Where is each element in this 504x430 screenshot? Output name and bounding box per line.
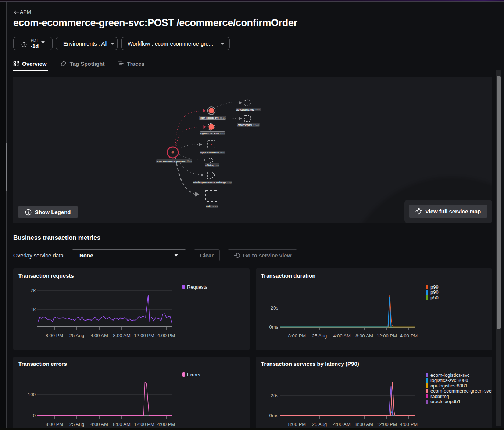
svg-text:2k: 2k xyxy=(31,288,36,293)
svg-text:0: 0 xyxy=(33,413,36,418)
svg-text:4:00 AM: 4:00 AM xyxy=(333,333,351,339)
svg-text:25 Aug: 25 Aug xyxy=(69,422,85,427)
svg-text:20s: 20s xyxy=(271,305,278,311)
svg-text:25 Aug: 25 Aug xyxy=(312,422,327,427)
svg-text:4:00 PM: 4:00 PM xyxy=(157,333,175,338)
svg-text:8:00 PM: 8:00 PM xyxy=(288,333,306,339)
svg-text:4:00 PM: 4:00 PM xyxy=(157,422,175,427)
svg-text:20s: 20s xyxy=(271,393,278,398)
svg-text:0ms: 0ms xyxy=(269,413,278,418)
svg-text:12:00 PM: 12:00 PM xyxy=(134,333,154,338)
svg-text:12:00 PM: 12:00 PM xyxy=(376,422,397,427)
svg-text:8:00 AM: 8:00 AM xyxy=(113,333,131,338)
svg-text:8:00 PM: 8:00 PM xyxy=(46,333,63,338)
svg-text:4:00 AM: 4:00 AM xyxy=(90,422,108,427)
svg-text:8:00 AM: 8:00 AM xyxy=(355,422,373,427)
svg-text:100: 100 xyxy=(28,392,36,397)
svg-text:25 Aug: 25 Aug xyxy=(69,333,85,338)
svg-text:8:00 PM: 8:00 PM xyxy=(46,422,63,427)
svg-text:12:00 PM: 12:00 PM xyxy=(134,422,154,427)
svg-text:25 Aug: 25 Aug xyxy=(312,333,327,339)
svg-text:4:00 AM: 4:00 AM xyxy=(90,333,108,338)
svg-text:4:00 PM: 4:00 PM xyxy=(400,333,418,339)
svg-text:12:00 PM: 12:00 PM xyxy=(376,333,397,339)
svg-text:8:00 PM: 8:00 PM xyxy=(288,422,306,427)
svg-text:4:00 PM: 4:00 PM xyxy=(400,422,418,427)
svg-text:8:00 AM: 8:00 AM xyxy=(355,333,373,339)
svg-text:1k: 1k xyxy=(31,307,36,312)
svg-text:4:00 AM: 4:00 AM xyxy=(333,422,351,427)
svg-text:0ms: 0ms xyxy=(269,324,278,330)
svg-text:8:00 AM: 8:00 AM xyxy=(113,422,131,427)
